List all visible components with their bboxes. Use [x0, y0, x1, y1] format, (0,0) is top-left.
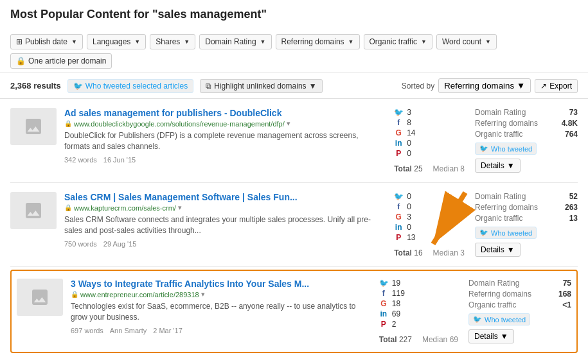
content-info: Sales CRM | Sales Management Software | …	[64, 192, 384, 248]
linkedin-icon: in	[379, 309, 388, 318]
caret-icon: ▼	[260, 39, 266, 45]
content-meta: 697 words Ann Smarty 2 Mar '17	[71, 327, 369, 334]
organic-traffic-filter[interactable]: Organic traffic ▼	[364, 34, 432, 49]
caret-icon: ▼	[134, 39, 140, 45]
page-title: Most Popular Content for "sales manageme…	[10, 8, 578, 21]
export-button[interactable]: ↗ Export	[535, 79, 578, 93]
right-stats: Domain Rating75 Referring domains168 Org…	[468, 279, 571, 343]
content-info: 3 Ways to Integrate Traffic Analytics In…	[71, 279, 369, 334]
link-icon: ⧉	[206, 82, 211, 91]
content-title[interactable]: Ad sales management for publishers - Dou…	[64, 108, 384, 118]
linkedin-icon: in	[394, 223, 403, 232]
lock-icon: 🔒	[71, 291, 78, 298]
arrow-annotation	[420, 189, 478, 256]
right-stats: Domain Rating52 Referring domains263 Org…	[475, 192, 578, 257]
languages-filter[interactable]: Languages ▼	[87, 34, 146, 49]
word-count: 750 words	[64, 240, 97, 248]
details-button[interactable]: Details ▼	[475, 159, 521, 173]
publish-date-filter[interactable]: ⊞ Publish date ▼	[10, 34, 83, 49]
domain-rating-filter[interactable]: Domain Rating ▼	[199, 34, 271, 49]
right-stats: Domain Rating73 Referring domains4.8K Or…	[475, 108, 578, 173]
caret-icon: ▼	[517, 81, 525, 91]
publish-date: 2 Mar '17	[153, 327, 183, 334]
caret-icon: ▼	[421, 39, 427, 45]
publish-date: 29 Aug '15	[103, 240, 137, 248]
toolbar: ⊞ Publish date ▼ Languages ▼ Shares ▼ Do…	[0, 30, 588, 73]
calendar-icon: ⊞	[16, 37, 22, 46]
chevron-icon: ▾	[178, 204, 182, 212]
content-title[interactable]: Sales CRM | Sales Management Software | …	[64, 192, 384, 202]
social-stats: 🐦19 f119 G18 in69 P2 Total 227 Median 69	[369, 279, 468, 344]
caret-icon: ▼	[348, 39, 354, 45]
details-button[interactable]: Details ▼	[475, 243, 521, 257]
word-count: 342 words	[64, 156, 97, 164]
caret-icon: ▼	[309, 82, 317, 91]
content-info: Ad sales management for publishers - Dou…	[64, 108, 384, 164]
caret-icon: ▼	[501, 332, 508, 341]
thumbnail	[10, 192, 57, 229]
word-count-filter[interactable]: Word count ▼	[436, 34, 497, 49]
google-icon: G	[394, 212, 403, 221]
export-icon: ↗	[540, 82, 547, 91]
content-url: 🔒 www.kapturecrm.com/sales-crm/ ▾	[64, 204, 384, 212]
lock-icon: 🔒	[16, 56, 26, 65]
one-article-filter[interactable]: 🔒 One article per domain	[10, 53, 112, 69]
twitter-icon: 🐦	[394, 108, 403, 117]
content-item: Sales CRM | Sales Management Software | …	[10, 183, 578, 267]
caret-icon: ▼	[507, 245, 515, 254]
who-tweeted-selected-btn[interactable]: 🐦 Who tweeted selected articles	[67, 79, 193, 93]
content-title[interactable]: 3 Ways to Integrate Traffic Analytics In…	[71, 279, 369, 289]
thumbnail	[10, 108, 57, 145]
lock-icon: 🔒	[64, 204, 72, 211]
facebook-icon: f	[379, 289, 388, 298]
content-desc: Sales CRM Software connects and integrat…	[64, 214, 384, 236]
highlight-unlinked-btn[interactable]: ⧉ Highlight unlinked domains ▼	[200, 79, 322, 93]
caret-icon: ▼	[184, 39, 190, 45]
twitter-icon: 🐦	[473, 315, 482, 324]
referring-domains-filter[interactable]: Referring domains ▼	[276, 34, 360, 49]
twitter-icon: 🐦	[73, 82, 83, 91]
content-desc: Technologies exist for SaaS, ecommerce, …	[71, 301, 369, 323]
author: Ann Smarty	[110, 327, 147, 334]
content-url: 🔒 www.entrepreneur.com/article/289318 ▾	[71, 290, 369, 299]
caret-icon: ▼	[507, 161, 515, 170]
content-url: 🔒 www.doubleclickbygoogle.com/solutions/…	[64, 119, 384, 128]
results-bar: 2,368 results 🐦 Who tweeted selected art…	[0, 73, 588, 99]
content-item: Ad sales management for publishers - Dou…	[10, 99, 578, 183]
word-count: 697 words	[71, 327, 103, 334]
sort-section: Sorted by Referring domains ▼ ↗ Export	[402, 78, 578, 93]
caret-icon: ▼	[71, 39, 77, 45]
google-icon: G	[379, 299, 388, 308]
who-tweeted-btn[interactable]: 🐦 Who tweeted	[468, 313, 530, 325]
publish-date: 16 Jun '15	[103, 156, 136, 164]
shares-filter[interactable]: Shares ▼	[150, 34, 195, 49]
pinterest-icon: P	[379, 320, 388, 329]
lock-icon: 🔒	[64, 120, 72, 127]
thumbnail	[17, 279, 63, 316]
sort-dropdown[interactable]: Referring domains ▼	[438, 78, 531, 93]
content-meta: 750 words 29 Aug '15	[64, 240, 384, 248]
twitter-icon: 🐦	[394, 192, 403, 201]
content-meta: 342 words 16 Jun '15	[64, 156, 384, 164]
who-tweeted-btn[interactable]: 🐦 Who tweeted	[475, 143, 537, 155]
results-count: 2,368 results	[10, 81, 61, 91]
twitter-icon: 🐦	[479, 229, 488, 237]
twitter-icon: 🐦	[379, 279, 388, 288]
pinterest-icon: P	[394, 233, 403, 242]
who-tweeted-btn[interactable]: 🐦 Who tweeted	[475, 227, 537, 239]
google-icon: G	[394, 128, 403, 137]
chevron-icon: ▾	[201, 290, 205, 299]
facebook-icon: f	[394, 202, 403, 211]
content-item-highlighted: 3 Ways to Integrate Traffic Analytics In…	[10, 270, 578, 353]
details-button[interactable]: Details ▼	[468, 329, 514, 343]
facebook-icon: f	[394, 118, 403, 127]
content-list: Ad sales management for publishers - Dou…	[0, 99, 588, 353]
linkedin-icon: in	[394, 139, 403, 148]
chevron-icon: ▾	[287, 119, 290, 128]
pinterest-icon: P	[394, 149, 403, 158]
social-stats: 🐦3 f8 G14 in0 P0 Total 25 Median 8	[384, 108, 475, 173]
content-desc: DoubleClick for Publishers (DFP) is a co…	[64, 130, 384, 152]
caret-icon: ▼	[485, 39, 491, 45]
svg-line-1	[433, 193, 465, 244]
twitter-icon: 🐦	[479, 144, 488, 153]
